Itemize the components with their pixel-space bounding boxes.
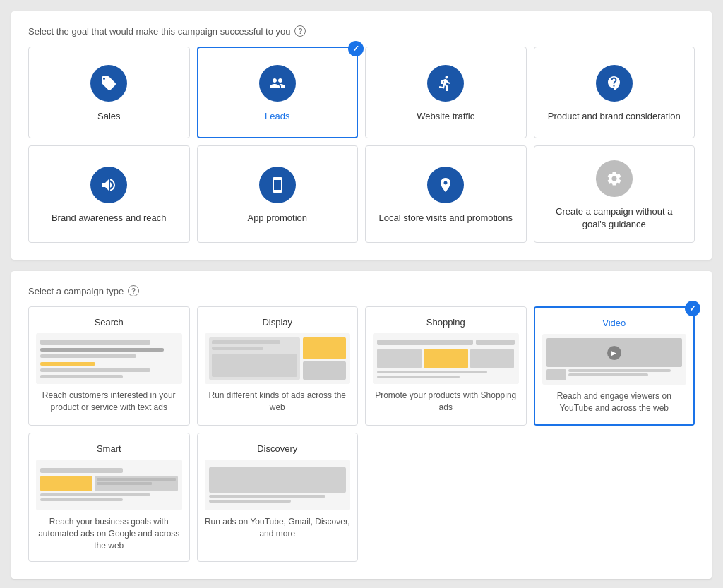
type-section: Select a campaign type ? Search Reach cu…: [11, 271, 712, 579]
leads-label: Leads: [265, 110, 289, 123]
goal-card-app[interactable]: App promotion: [197, 145, 359, 243]
goal-card-brand[interactable]: Product and brand consideration: [534, 47, 695, 138]
goal-card-no-goal[interactable]: Create a campaign without a goal's guida…: [534, 145, 695, 243]
awareness-label: Brand awareness and reach: [52, 212, 167, 224]
goal-card-sales[interactable]: Sales: [28, 47, 190, 138]
local-icon: [427, 167, 464, 203]
type-card-discovery[interactable]: Discovery Run ads on YouTube, Gmail, Dis…: [197, 433, 359, 562]
type-grid-bottom: Smart Reach your business goals with a: [28, 433, 695, 562]
local-label: Local store visits and promotions: [379, 212, 513, 224]
empty-slot-1: [365, 433, 527, 562]
goal-section: Select the goal that would make this cam…: [11, 11, 712, 260]
type-card-display[interactable]: Display Run different kinds of ads acros…: [197, 306, 359, 426]
search-preview: [36, 333, 182, 384]
brand-label: Product and brand consideration: [548, 110, 681, 123]
website-traffic-icon: [427, 65, 464, 102]
goal-card-website-traffic[interactable]: Website traffic: [365, 47, 527, 138]
shopping-preview: [373, 333, 519, 384]
discovery-type-label: Discovery: [257, 443, 297, 454]
no-goal-icon: [596, 160, 633, 197]
type-card-smart[interactable]: Smart Reach your business goals with a: [28, 433, 190, 562]
type-card-search[interactable]: Search Reach customers interested in you…: [28, 306, 190, 426]
type-card-shopping[interactable]: Shopping Promote your products: [365, 306, 527, 426]
website-traffic-label: Website traffic: [417, 110, 474, 123]
type-card-video[interactable]: ✓ Video ▶ Reach and engage view: [534, 306, 695, 426]
discovery-type-desc: Run ads on YouTube, Gmail, Discover, and…: [205, 516, 351, 540]
leads-icon: [259, 65, 296, 102]
goal-card-local[interactable]: Local store visits and promotions: [365, 145, 527, 243]
search-type-label: Search: [95, 317, 124, 328]
goal-grid: Sales ✓ Leads Website traffic: [28, 47, 695, 243]
discovery-preview: [205, 460, 351, 510]
smart-preview: [36, 460, 182, 510]
goal-section-label: Select the goal that would make this cam…: [28, 25, 695, 37]
display-type-label: Display: [262, 317, 292, 328]
brand-icon: [596, 65, 633, 102]
display-preview: [205, 333, 351, 384]
video-type-label: Video: [602, 318, 626, 328]
empty-slot-2: [534, 433, 695, 562]
sales-label: Sales: [97, 110, 121, 123]
type-help-icon[interactable]: ?: [128, 285, 139, 296]
video-check-badge: ✓: [685, 301, 700, 316]
goal-card-leads[interactable]: ✓ Leads: [197, 47, 359, 138]
app-icon: [259, 167, 296, 203]
no-goal-label: Create a campaign without a goal's guida…: [543, 205, 686, 231]
type-section-label: Select a campaign type ?: [28, 285, 695, 296]
smart-type-desc: Reach your business goals with automated…: [36, 516, 182, 551]
video-type-desc: Reach and engage viewers on YouTube and …: [542, 390, 687, 414]
smart-type-label: Smart: [97, 443, 121, 454]
search-type-desc: Reach customers interested in your produ…: [36, 390, 182, 414]
type-section-title: Select a campaign type: [28, 286, 124, 296]
awareness-icon: [90, 167, 127, 203]
shopping-type-label: Shopping: [426, 317, 465, 328]
type-grid: Search Reach customers interested in you…: [28, 306, 695, 426]
display-type-desc: Run different kinds of ads across the we…: [205, 390, 351, 414]
sales-icon: [90, 65, 127, 102]
goal-card-awareness[interactable]: Brand awareness and reach: [28, 145, 190, 243]
app-label: App promotion: [247, 212, 307, 224]
shopping-type-desc: Promote your products with Shopping ads: [373, 390, 519, 414]
video-preview: ▶: [542, 334, 687, 385]
leads-check-badge: ✓: [348, 41, 364, 56]
goal-help-icon[interactable]: ?: [294, 25, 306, 37]
goal-section-title: Select the goal that would make this cam…: [28, 26, 290, 37]
